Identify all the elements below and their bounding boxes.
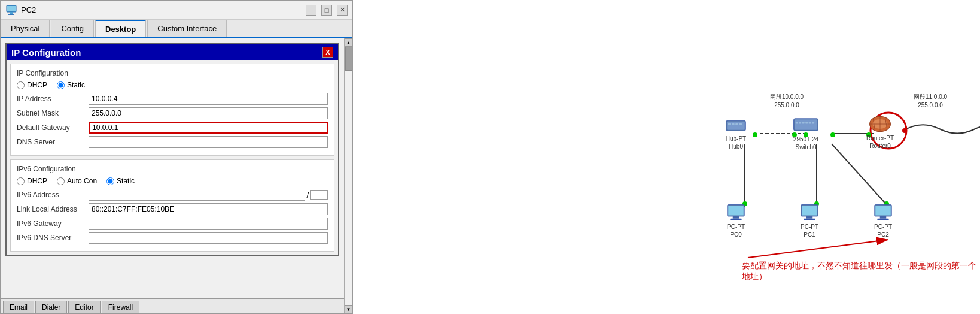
svg-rect-34 — [739, 123, 742, 125]
device-switch0[interactable]: 2950T-24Switch0 — [793, 115, 819, 151]
network-label-1: 网段10.0.0.0 255.0.0.0 — [760, 93, 814, 110]
svg-rect-69 — [806, 216, 813, 219]
scroll-track[interactable] — [345, 47, 352, 305]
svg-point-15 — [753, 132, 757, 137]
device-pc0[interactable]: PC-PTPC0 — [725, 204, 747, 238]
ip-address-input[interactable] — [89, 93, 328, 105]
hub0-icon — [724, 117, 748, 134]
pc0-label: PC-PTPC0 — [727, 223, 745, 238]
hub0-label: Hub-PTHub0 — [726, 135, 746, 150]
network-label-2: 网段11.0.0.0 255.0.0.0 — [903, 93, 957, 110]
svg-rect-42 — [812, 122, 814, 123]
ip-config-close-button[interactable]: X — [322, 47, 333, 58]
dhcp-label: DHCP — [27, 81, 47, 89]
pc2-label: PC-PTPC2 — [874, 223, 892, 238]
subnet-mask-input[interactable] — [89, 107, 328, 119]
link-local-row: Link Local Address — [17, 203, 328, 215]
scroll-up-arrow[interactable]: ▲ — [345, 38, 353, 47]
link-local-label: Link Local Address — [17, 205, 89, 213]
ipv6-dhcp-radio[interactable]: DHCP — [17, 177, 47, 185]
svg-rect-72 — [875, 206, 891, 216]
annotation-gateway: 要配置网关的地址，不然不知道往哪里发（一般是网段的第一个地址） — [742, 261, 980, 282]
ipv6-section-title: IPv6 Configuration — [17, 165, 328, 173]
ip-config-dialog: IP Configuration X IP Configuration DHCP… — [5, 43, 339, 256]
ipv4-section-title: IP Configuration — [17, 69, 328, 77]
svg-rect-64 — [728, 206, 744, 216]
ipv6-gateway-input[interactable] — [89, 218, 328, 230]
switch0-icon — [793, 115, 819, 134]
close-window-button[interactable]: ✕ — [337, 5, 348, 16]
svg-rect-31 — [728, 123, 731, 125]
svg-point-18 — [830, 132, 835, 137]
ipv6-autocon-radio[interactable]: Auto Con — [57, 177, 97, 185]
link-local-input[interactable] — [89, 203, 328, 215]
pc0-icon — [725, 204, 747, 222]
ipv6-address-label: IPv6 Address — [17, 191, 89, 199]
scroll-thumb[interactable] — [345, 47, 352, 71]
tab-custom-interface[interactable]: Custom Interface — [147, 20, 227, 37]
ip-address-label: IP Address — [17, 95, 89, 103]
default-gateway-input[interactable] — [89, 122, 328, 134]
tab-desktop[interactable]: Desktop — [95, 20, 146, 37]
svg-rect-41 — [809, 122, 811, 123]
ipv6-mode-radio-group: DHCP Auto Con Static — [17, 177, 328, 185]
tab-dialer[interactable]: Dialer — [35, 301, 67, 313]
tab-bar: Physical Config Desktop Custom Interface — [1, 20, 352, 38]
dhcp-radio[interactable]: DHCP — [17, 81, 47, 89]
ipv6-gateway-row: IPv6 Gateway — [17, 218, 328, 230]
tab-email[interactable]: Email — [3, 301, 34, 313]
ipv6-static-radio[interactable]: Static — [106, 177, 135, 185]
svg-rect-65 — [733, 216, 739, 219]
bottom-tab-bar: Email Dialer Editor Firewall — [1, 298, 344, 313]
pc2-icon — [872, 204, 894, 222]
ipv6-address-row: IPv6 Address / — [17, 189, 328, 201]
ip-mode-radio-group: DHCP Static — [17, 81, 328, 89]
ipv6-address-input[interactable] — [89, 189, 305, 201]
title-bar: PC2 — □ ✕ — [1, 1, 352, 20]
svg-rect-33 — [735, 123, 738, 125]
ipv6-dns-row: IPv6 DNS Server — [17, 232, 328, 244]
device-router0[interactable]: Router-PTRouter0 — [866, 115, 894, 150]
ipv6-prefix-input[interactable] — [310, 190, 328, 200]
title-bar-left: PC2 — [5, 4, 36, 16]
default-gateway-row: Default Gateway — [17, 122, 328, 134]
ipv6-autocon-label: Auto Con — [67, 177, 97, 185]
svg-rect-73 — [880, 216, 887, 219]
svg-rect-2 — [8, 14, 14, 15]
svg-rect-37 — [796, 122, 798, 123]
ip-config-title-bar: IP Configuration X — [7, 44, 338, 60]
ipv6-autocon-radio-input[interactable] — [57, 177, 65, 185]
tab-firewall[interactable]: Firewall — [102, 301, 139, 313]
dns-server-label: DNS Server — [17, 138, 89, 146]
ipv6-dhcp-radio-input[interactable] — [17, 177, 25, 185]
ipv6-dns-label: IPv6 DNS Server — [17, 234, 89, 242]
ipv6-dhcp-label: DHCP — [27, 177, 47, 185]
tab-config[interactable]: Config — [51, 20, 94, 37]
minimize-button[interactable]: — — [306, 5, 316, 16]
dns-server-input[interactable] — [89, 136, 328, 148]
device-pc2[interactable]: PC-PTPC2 — [872, 204, 894, 238]
scroll-down-arrow[interactable]: ▼ — [345, 305, 353, 313]
device-pc1[interactable]: PC-PTPC1 — [799, 204, 820, 238]
tab-editor[interactable]: Editor — [68, 301, 100, 313]
vertical-scrollbar[interactable]: ▲ ▼ — [344, 38, 352, 313]
svg-rect-74 — [877, 219, 889, 220]
ip-address-row: IP Address — [17, 93, 328, 105]
svg-rect-1 — [10, 12, 13, 14]
subnet-mask-label: Subnet Mask — [17, 109, 89, 117]
ipv6-prefix-slash: / — [305, 191, 310, 200]
ipv6-static-radio-input[interactable] — [106, 177, 114, 185]
dhcp-radio-input[interactable] — [17, 81, 25, 89]
ipv6-gateway-label: IPv6 Gateway — [17, 219, 89, 228]
ipv6-dns-input[interactable] — [89, 232, 328, 244]
window-content: IP Configuration X IP Configuration DHCP… — [1, 38, 344, 313]
device-hub0[interactable]: Hub-PTHub0 — [724, 117, 748, 150]
svg-rect-68 — [802, 206, 817, 216]
maximize-button[interactable]: □ — [321, 5, 332, 16]
static-radio-input[interactable] — [57, 81, 65, 89]
window-title: PC2 — [21, 5, 36, 14]
svg-rect-30 — [727, 122, 745, 130]
dns-server-row: DNS Server — [17, 136, 328, 148]
static-radio[interactable]: Static — [57, 81, 85, 89]
tab-physical[interactable]: Physical — [1, 20, 50, 37]
